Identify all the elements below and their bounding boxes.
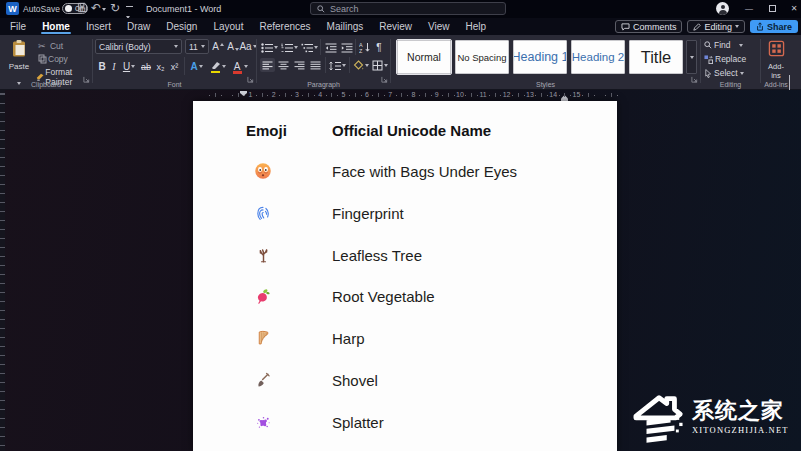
grow-font-button[interactable]: A — [211, 39, 225, 54]
clipboard-group: Paste ✂ Cut Copy Format Painter Clipboar… — [0, 35, 92, 89]
horizontal-ruler[interactable]: 123456789101112131415 — [0, 90, 801, 101]
clipboard-dialog-launcher-icon[interactable] — [83, 69, 90, 87]
align-left-button[interactable] — [260, 58, 275, 72]
style-no-spacing[interactable]: No Spacing — [455, 40, 509, 74]
tab-strip: FileHomeInsertDrawDesignLayoutReferences… — [2, 18, 494, 35]
comments-label: Comments — [633, 22, 677, 32]
justify-button[interactable] — [308, 58, 323, 73]
editing-mode-label: Editing — [704, 22, 732, 32]
font-size-value: 11 — [189, 42, 198, 52]
fingerprint-emoji-icon — [254, 204, 272, 222]
redo-icon[interactable]: ↻ — [110, 2, 120, 15]
font-size-combo[interactable]: 11 — [185, 39, 209, 54]
ruler-tick — [518, 93, 519, 97]
bullets-button[interactable] — [260, 40, 279, 55]
tab-help[interactable]: Help — [458, 18, 495, 35]
save-icon[interactable] — [77, 2, 88, 16]
strikethrough-button[interactable]: ab — [139, 59, 153, 74]
shrink-font-button[interactable]: A — [226, 39, 240, 54]
replace-button[interactable]: Replace — [704, 54, 746, 64]
numbering-button[interactable] — [280, 40, 299, 55]
highlight-color-button[interactable] — [208, 59, 227, 74]
select-button[interactable]: Select — [704, 68, 744, 78]
style-heading-2[interactable]: Heading 2 — [571, 40, 625, 74]
superscript-button[interactable]: x² — [168, 59, 181, 74]
tab-draw[interactable]: Draw — [119, 18, 158, 35]
find-button[interactable]: Find — [704, 40, 743, 50]
ruler-tick — [302, 95, 303, 96]
copy-label: Copy — [48, 54, 68, 64]
increase-indent-button[interactable] — [339, 40, 354, 55]
ruler-tick — [524, 95, 525, 96]
ruler-number: 7 — [388, 91, 392, 98]
tab-review[interactable]: Review — [371, 18, 420, 35]
subscript-button[interactable]: x₂ — [154, 59, 167, 74]
search-icon — [317, 5, 325, 13]
italic-button[interactable]: I — [110, 59, 118, 74]
ruler-tick — [454, 95, 455, 96]
line-spacing-button[interactable] — [328, 58, 347, 73]
minimize-button[interactable]: — — [741, 2, 757, 15]
account-avatar[interactable] — [716, 2, 729, 15]
align-right-button[interactable] — [292, 58, 307, 73]
show-formatting-button[interactable]: ¶ — [373, 40, 385, 55]
ruler-number: 15 — [573, 91, 581, 98]
sort-button[interactable]: AZ — [357, 40, 372, 55]
change-case-button[interactable]: Aa — [240, 39, 256, 54]
tab-file[interactable]: File — [2, 18, 34, 35]
tab-design[interactable]: Design — [158, 18, 205, 35]
maximize-button[interactable] — [764, 2, 780, 15]
share-button[interactable]: Share — [750, 20, 798, 33]
styles-dialog-launcher-icon[interactable] — [691, 69, 698, 87]
ruler-tick — [238, 93, 239, 97]
cut-button[interactable]: ✂ Cut — [38, 41, 63, 51]
styles-group: Normal No Spacing Heading 1 Heading 2 Ti… — [391, 35, 700, 89]
unicode-name: Root Vegetable — [332, 288, 435, 305]
tab-mailings[interactable]: Mailings — [319, 18, 372, 35]
shading-button[interactable] — [351, 58, 370, 73]
ruler-number: 14 — [549, 91, 557, 98]
table-row: Harp — [193, 317, 617, 359]
font-name-combo[interactable]: Calibri (Body) — [95, 39, 182, 54]
undo-icon[interactable]: ↶ — [91, 2, 101, 15]
root-vegetable-emoji-icon — [254, 287, 272, 305]
ruler-tick — [244, 95, 245, 96]
ruler-tick — [361, 95, 362, 96]
vertical-ruler[interactable] — [0, 90, 5, 451]
underline-button[interactable]: U — [121, 59, 137, 74]
word-app-icon[interactable]: W — [6, 2, 19, 15]
ruler-tick — [308, 93, 309, 97]
style-heading-1[interactable]: Heading 1 — [513, 40, 567, 74]
decrease-indent-button[interactable] — [323, 40, 338, 55]
ruler-tick — [419, 95, 420, 96]
undo-caret-icon[interactable] — [102, 8, 106, 11]
bold-button[interactable]: B — [97, 59, 107, 74]
paragraph-group: AZ ¶ P — [257, 35, 390, 89]
paragraph-dialog-launcher-icon[interactable] — [381, 69, 388, 87]
tab-view[interactable]: View — [420, 18, 458, 35]
copy-button[interactable]: Copy — [38, 54, 68, 64]
share-icon — [756, 22, 764, 31]
style-title[interactable]: Title — [629, 40, 683, 74]
tab-home[interactable]: Home — [34, 18, 78, 35]
tab-insert[interactable]: Insert — [78, 18, 119, 35]
align-center-button[interactable] — [276, 58, 291, 73]
table-row: Root Vegetable — [193, 275, 617, 317]
addins-button[interactable]: Add-ins — [764, 40, 788, 80]
style-normal[interactable]: Normal — [397, 40, 451, 74]
paste-button[interactable]: Paste — [5, 39, 33, 81]
font-dialog-launcher-icon[interactable] — [247, 69, 254, 87]
multilevel-list-button[interactable] — [300, 40, 319, 55]
comments-button[interactable]: Comments — [615, 20, 683, 33]
ruler-tick — [500, 95, 501, 96]
tab-layout[interactable]: Layout — [205, 18, 251, 35]
editing-mode-button[interactable]: Editing — [687, 20, 745, 33]
tab-references[interactable]: References — [251, 18, 318, 35]
document-page[interactable]: Emoji Official Unicode Name Fac — [193, 101, 617, 451]
ruler-tick — [564, 93, 565, 97]
ruler-tick — [611, 93, 612, 97]
search-input[interactable]: Search — [310, 2, 506, 15]
text-effects-button[interactable]: A — [188, 59, 205, 74]
sort-icon: AZ — [359, 42, 371, 53]
close-button[interactable]: ✕ — [786, 2, 801, 15]
